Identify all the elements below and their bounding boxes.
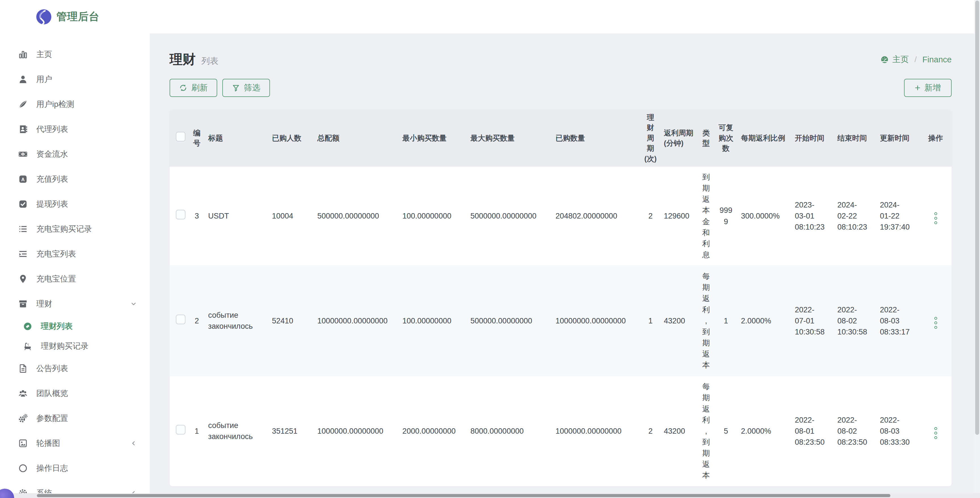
sidebar-item-parameter-config[interactable]: 参数配置 <box>0 406 150 431</box>
table-row: 1событие закончилось3512511000000.000000… <box>170 376 951 486</box>
horizontal-scrollbar-thumb[interactable] <box>37 494 890 497</box>
sidebar: 主页用户用户ip检测代理列表1资金流水A充值列表提现列表充电宝购买记录充电宝列表… <box>0 33 150 498</box>
map-marker-icon <box>18 273 29 284</box>
breadcrumb-separator: / <box>915 55 917 64</box>
refresh-button[interactable]: 刷新 <box>170 79 217 97</box>
sidebar-item-label: 充电宝购买记录 <box>36 224 92 235</box>
vertical-scrollbar-thumb[interactable] <box>975 0 979 435</box>
sidebar-item-recharge-list[interactable]: A充值列表 <box>0 167 150 192</box>
cell-bought: 204802.00000000 <box>552 167 641 266</box>
sidebar-item-team-overview[interactable]: 团队概览 <box>0 381 150 406</box>
cell-id: 1 <box>189 376 205 486</box>
sidebar-item-label: 提现列表 <box>36 199 68 209</box>
row-actions-button[interactable] <box>933 316 938 330</box>
cell-rebate_cycle: 43200 <box>660 376 698 486</box>
cell-select <box>170 167 189 266</box>
chevron-left-icon <box>130 439 137 447</box>
cell-update: 2022- 08-03 08:33:17 <box>877 266 920 376</box>
sidebar-item-finance-purchase-records[interactable]: 理财购买记录 <box>0 336 150 356</box>
cell-start: 2022- 07-01 10:30:58 <box>791 266 834 376</box>
sidebar-item-powerbank-list[interactable]: 充电宝列表 <box>0 241 150 266</box>
cell-title: событие закончилось <box>205 266 269 376</box>
archive-icon <box>18 298 29 309</box>
sidebar-item-carousel[interactable]: 轮播图 <box>0 431 150 456</box>
finance-table-card: 编 号标题已购人数总配额最小购买数量最大购买数量已购数量理 财 周 期 (次)返… <box>170 109 951 486</box>
sidebar-item-label: 轮播图 <box>36 438 60 449</box>
column-header-cycle: 理 财 周 期 (次) <box>641 109 660 167</box>
row-checkbox[interactable] <box>176 425 185 435</box>
breadcrumb-current: Finance <box>923 55 951 64</box>
sidebar-item-home[interactable]: 主页 <box>0 42 150 67</box>
sidebar-item-withdraw-list[interactable]: 提现列表 <box>0 192 150 217</box>
page-title: 理财 <box>170 51 196 68</box>
column-header-id: 编 号 <box>189 109 205 167</box>
sidebar-item-finance[interactable]: 理财 <box>0 291 150 316</box>
list-icon <box>18 224 29 235</box>
cell-max: 8000.00000000 <box>467 376 552 486</box>
cell-type: 到 期 返 本 金 和 利 息 <box>698 167 714 266</box>
row-checkbox[interactable] <box>176 210 185 219</box>
breadcrumb-home[interactable]: 主页 <box>892 54 909 65</box>
address-book-icon <box>18 124 29 135</box>
sidebar-item-user-ip-check[interactable]: 用户ip检测 <box>0 92 150 117</box>
column-header-quota: 总配额 <box>314 109 399 167</box>
refresh-icon <box>179 84 188 92</box>
cell-max: 5000000.00000000 <box>467 167 552 266</box>
sidebar-item-powerbank-purchase-records[interactable]: 充电宝购买记录 <box>0 217 150 241</box>
column-header-end: 结束时间 <box>834 109 877 167</box>
column-header-max: 最大购买数量 <box>467 109 552 167</box>
cell-title: событие закончилось <box>205 376 269 486</box>
cell-id: 3 <box>189 167 205 266</box>
sidebar-item-announcement-list[interactable]: 公告列表 <box>0 356 150 381</box>
table-row: 2событие закончилось5241010000000.000000… <box>170 266 951 376</box>
row-actions-button[interactable] <box>933 426 938 440</box>
add-button[interactable]: + 新增 <box>904 79 951 97</box>
sidebar-item-label: 资金流水 <box>36 149 68 160</box>
cell-update: 2022- 08-03 08:33:30 <box>877 376 920 486</box>
cell-quota: 10000000.00000000 <box>314 266 399 376</box>
cell-buyers: 351251 <box>269 376 314 486</box>
indent-list-icon <box>18 249 29 259</box>
cell-min: 100.00000000 <box>399 266 467 376</box>
row-checkbox[interactable] <box>176 315 185 324</box>
cell-ratio: 300.0000% <box>738 167 791 266</box>
cell-start: 2022- 08-01 08:23:50 <box>791 376 834 486</box>
banknote-icon: 1 <box>18 149 29 160</box>
cell-action <box>920 167 951 266</box>
sidebar-item-label: 代理列表 <box>36 124 68 135</box>
sidebar-item-fund-flow[interactable]: 1资金流水 <box>0 142 150 167</box>
cell-id: 2 <box>189 266 205 376</box>
column-header-min: 最小购买数量 <box>399 109 467 167</box>
sidebar-item-users[interactable]: 用户 <box>0 67 150 92</box>
filter-button[interactable]: 筛选 <box>222 79 270 97</box>
column-header-rebuy: 可复 购次 数 <box>714 109 738 167</box>
sidebar-item-label: 理财 <box>36 298 52 309</box>
sidebar-item-label: 参数配置 <box>36 413 68 424</box>
bathtub-icon <box>22 341 33 352</box>
filter-icon <box>232 84 240 92</box>
cell-cycle: 1 <box>641 266 660 376</box>
cell-rebate_cycle: 129600 <box>660 167 698 266</box>
sidebar-item-label: 充电宝列表 <box>36 249 76 259</box>
cell-action <box>920 266 951 376</box>
cell-max: 500000.00000000 <box>467 266 552 376</box>
sidebar-item-label: 充电宝位置 <box>36 273 76 284</box>
cell-buyers: 10004 <box>269 167 314 266</box>
sidebar-item-finance-list[interactable]: 理财列表 <box>0 316 150 336</box>
sidebar-item-powerbank-location[interactable]: 充电宝位置 <box>0 266 150 291</box>
sidebar-item-operation-log[interactable]: 操作日志 <box>0 456 150 481</box>
column-header-action: 操作 <box>920 109 951 167</box>
row-actions-button[interactable] <box>933 211 938 225</box>
cell-cycle: 2 <box>641 376 660 486</box>
ticket-circle-icon <box>22 321 33 331</box>
square-a-icon: A <box>18 174 29 184</box>
column-header-title: 标题 <box>205 109 269 167</box>
column-header-start: 开始时间 <box>791 109 834 167</box>
cell-bought: 10000000.00000000 <box>552 266 641 376</box>
quill-icon <box>18 99 29 110</box>
select-all-checkbox[interactable] <box>176 132 185 141</box>
file-text-icon <box>18 363 29 374</box>
column-header-type: 类 型 <box>698 109 714 167</box>
sidebar-item-agent-list[interactable]: 代理列表 <box>0 117 150 142</box>
cell-buyers: 52410 <box>269 266 314 376</box>
